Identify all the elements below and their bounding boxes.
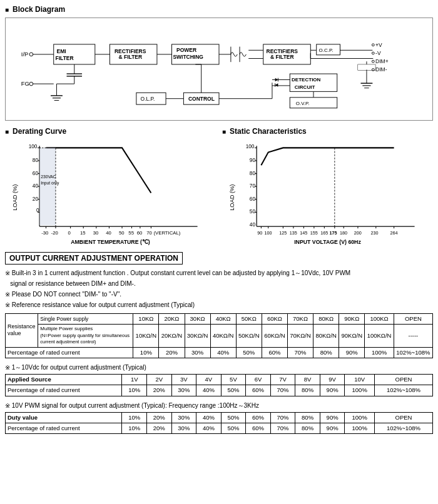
svg-marker-64	[275, 83, 278, 87]
static-section: Static Characteristics 100 90 80 70 60 5…	[222, 127, 433, 246]
output-title: OUTPUT CURRENT ADJUSTMENT OPERATION	[5, 252, 183, 265]
note-1: ※ Built-in 3 in 1 current adjustment fun…	[5, 268, 433, 278]
svg-text:175: 175	[330, 230, 337, 236]
svg-text:40: 40	[250, 222, 256, 228]
svg-text:O.L.P.: O.L.P.	[140, 96, 155, 102]
svg-text:125: 125	[279, 230, 287, 236]
svg-text:-V: -V	[375, 50, 381, 56]
svg-text:DIM-: DIM-	[375, 66, 387, 73]
svg-text:SWITCHING: SWITCHING	[173, 54, 203, 60]
derating-section: Derating Curve 100 80 60 40 20 0	[5, 127, 216, 246]
pwm-table: Duty value 10% 20% 30% 40% 50% 60% 70% 8…	[5, 412, 433, 435]
svg-text:AMBIENT TEMPERATURE (℃): AMBIENT TEMPERATURE (℃)	[71, 239, 150, 245]
svg-text:230: 230	[371, 230, 379, 236]
svg-text:100: 100	[246, 144, 255, 149]
note-4: ※ Reference resistance value for output …	[5, 300, 433, 310]
derating-chart: 100 80 60 40 20 0 LOAD (%) -30	[5, 139, 216, 246]
svg-text:FILTER: FILTER	[56, 55, 74, 61]
svg-text:50: 50	[250, 209, 256, 214]
static-chart: 100 90 80 70 60 50 40 LOAD (%) 90	[222, 139, 433, 246]
svg-text:155: 155	[310, 230, 318, 236]
svg-point-41	[372, 52, 374, 54]
svg-text:135: 135	[290, 230, 297, 236]
resistance-label: Resistancevalue	[6, 314, 38, 348]
svg-text:165: 165	[320, 230, 328, 236]
voltage-note: ※ 1～10Vdc for output current adjustment …	[5, 363, 433, 372]
charts-row: Derating Curve 100 80 60 40 20 0	[5, 127, 433, 246]
svg-text:60: 60	[250, 196, 256, 202]
single-supply-label: Single Power supply	[38, 314, 133, 325]
svg-point-43	[372, 60, 374, 63]
svg-point-4	[29, 82, 33, 86]
svg-text:RECTIFIERS: RECTIFIERS	[115, 48, 146, 54]
svg-rect-54	[358, 64, 375, 70]
svg-point-39	[372, 44, 374, 46]
svg-text:-30: -30	[41, 230, 48, 236]
derating-title: Derating Curve	[5, 127, 216, 136]
svg-text:DIM+: DIM+	[375, 58, 389, 64]
block-diagram-container: I/P FG EMI FILTER	[5, 18, 433, 121]
svg-text:180: 180	[340, 230, 347, 236]
svg-text:30: 30	[93, 230, 99, 236]
duty-value-label: Duty value	[6, 412, 122, 423]
svg-text:100: 100	[29, 144, 38, 149]
svg-text:RECTIFIERS: RECTIFIERS	[267, 48, 298, 54]
svg-text:70: 70	[146, 230, 152, 236]
svg-text:(VERTICAL): (VERTICAL)	[154, 230, 181, 236]
note-3: ※ Please DO NOT connect "DIM-" to "-V".	[5, 290, 433, 299]
svg-text:EMI: EMI	[56, 48, 66, 54]
derating-svg: 100 80 60 40 20 0 LOAD (%) -30	[5, 139, 216, 246]
svg-text:60: 60	[33, 171, 39, 176]
svg-text:0: 0	[68, 230, 71, 236]
svg-text:+V: +V	[375, 42, 382, 48]
svg-text:LOAD (%): LOAD (%)	[12, 184, 18, 211]
svg-text:40: 40	[33, 183, 39, 189]
note-2: signal or resistance between DIM+ and DI…	[5, 279, 433, 288]
svg-text:I/P: I/P	[21, 51, 29, 58]
applied-source-label: Applied Source	[6, 374, 122, 385]
svg-text:-20: -20	[51, 230, 58, 236]
voltage-table: Applied Source 1V 2V 3V 4V 5V 6V 7V 8V 9…	[5, 374, 433, 396]
svg-text:O.C.P.: O.C.P.	[318, 48, 333, 53]
svg-text:20: 20	[33, 196, 39, 202]
svg-text:POWER: POWER	[176, 47, 196, 53]
resistance-table: Resistancevalue Single Power supply 10KΩ…	[5, 313, 433, 358]
svg-text:70: 70	[250, 183, 256, 189]
svg-text:INPUT VOLTAGE (V) 60Hz: INPUT VOLTAGE (V) 60Hz	[294, 239, 361, 245]
voltage-pct-label: Percentage of rated current	[6, 385, 122, 396]
svg-text:0: 0	[36, 208, 39, 213]
static-title: Static Characteristics	[222, 127, 433, 136]
svg-text:40: 40	[106, 230, 111, 236]
svg-text:15: 15	[80, 230, 86, 236]
svg-text:CONTROL: CONTROL	[188, 96, 215, 102]
svg-text:CIRCUIT: CIRCUIT	[295, 84, 315, 90]
output-notes: ※ Built-in 3 in 1 current adjustment fun…	[5, 268, 433, 310]
svg-text:100: 100	[265, 230, 272, 236]
svg-text:LOAD (%): LOAD (%)	[229, 184, 235, 211]
static-svg: 100 90 80 70 60 50 40 LOAD (%) 90	[222, 139, 433, 246]
multiple-supply-label: Multiple Power supplies(N=Power supply q…	[38, 325, 133, 347]
svg-text:60: 60	[137, 230, 143, 236]
block-diagram-section: Block Diagram I/P FG EMI FILTER	[5, 5, 433, 121]
svg-text:& FILTER: & FILTER	[270, 54, 294, 60]
pwm-pct-label: Percentage of rated current	[6, 423, 122, 433]
svg-rect-113	[39, 148, 56, 225]
svg-text:80: 80	[33, 158, 39, 163]
svg-text:145: 145	[300, 230, 307, 236]
block-diagram-title: Block Diagram	[5, 5, 433, 14]
svg-text:& FILTER: & FILTER	[119, 54, 143, 60]
svg-text:230VAC: 230VAC	[41, 174, 56, 179]
svg-text:264: 264	[390, 230, 397, 236]
resistance-pct-label: Percentage of rated current	[6, 347, 133, 358]
svg-text:50: 50	[119, 230, 125, 236]
svg-text:80: 80	[250, 171, 256, 176]
svg-text:FG: FG	[21, 80, 29, 87]
svg-text:O.V.P.: O.V.P.	[296, 101, 310, 106]
svg-text:Input only: Input only	[41, 181, 59, 186]
svg-point-45	[372, 69, 374, 71]
svg-text:55: 55	[128, 230, 134, 236]
svg-marker-62	[275, 78, 278, 82]
svg-text:200: 200	[354, 230, 362, 236]
svg-text:DETECTION: DETECTION	[292, 77, 321, 83]
svg-point-1	[29, 53, 33, 56]
